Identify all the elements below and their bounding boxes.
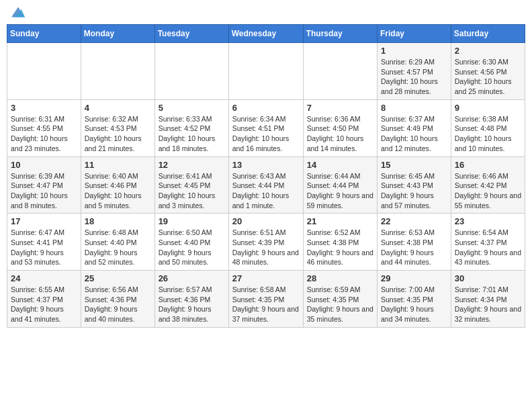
day-info: Sunrise: 6:30 AM Sunset: 4:56 PM Dayligh… xyxy=(455,57,521,97)
logo-icon xyxy=(11,7,25,17)
day-info: Sunrise: 6:50 AM Sunset: 4:40 PM Dayligh… xyxy=(159,228,225,267)
day-info: Sunrise: 7:01 AM Sunset: 4:34 PM Dayligh… xyxy=(455,285,521,324)
week-row-2: 3Sunrise: 6:31 AM Sunset: 4:55 PM Daylig… xyxy=(7,99,525,156)
day-cell: 3Sunrise: 6:31 AM Sunset: 4:55 PM Daylig… xyxy=(7,99,81,156)
day-number: 26 xyxy=(159,273,225,283)
day-info: Sunrise: 6:46 AM Sunset: 4:42 PM Dayligh… xyxy=(455,171,521,211)
day-number: 7 xyxy=(307,103,373,113)
calendar-table: SundayMondayTuesdayWednesdayThursdayFrid… xyxy=(7,24,525,328)
week-row-4: 17Sunrise: 6:47 AM Sunset: 4:41 PM Dayli… xyxy=(7,214,525,271)
day-number: 30 xyxy=(455,273,521,283)
day-number: 2 xyxy=(455,46,521,56)
week-row-5: 24Sunrise: 6:55 AM Sunset: 4:37 PM Dayli… xyxy=(7,271,525,328)
day-number: 13 xyxy=(232,160,300,170)
day-number: 16 xyxy=(455,160,521,170)
day-info: Sunrise: 6:59 AM Sunset: 4:35 PM Dayligh… xyxy=(307,285,373,324)
day-info: Sunrise: 6:41 AM Sunset: 4:45 PM Dayligh… xyxy=(159,171,225,211)
day-info: Sunrise: 6:51 AM Sunset: 4:39 PM Dayligh… xyxy=(232,228,300,267)
header-cell-tuesday: Tuesday xyxy=(154,25,228,43)
day-cell: 2Sunrise: 6:30 AM Sunset: 4:56 PM Daylig… xyxy=(451,43,525,100)
day-number: 12 xyxy=(159,160,225,170)
day-info: Sunrise: 6:54 AM Sunset: 4:37 PM Dayligh… xyxy=(455,228,521,267)
header-cell-monday: Monday xyxy=(81,25,154,43)
day-cell: 16Sunrise: 6:46 AM Sunset: 4:42 PM Dayli… xyxy=(451,156,525,214)
day-cell: 9Sunrise: 6:38 AM Sunset: 4:48 PM Daylig… xyxy=(451,99,525,156)
day-cell xyxy=(7,43,81,100)
day-number: 19 xyxy=(159,216,225,226)
day-cell xyxy=(303,43,377,100)
calendar-body: 1Sunrise: 6:29 AM Sunset: 4:57 PM Daylig… xyxy=(7,43,525,328)
day-number: 11 xyxy=(85,160,151,170)
day-cell: 19Sunrise: 6:50 AM Sunset: 4:40 PM Dayli… xyxy=(154,214,228,271)
header-cell-saturday: Saturday xyxy=(451,25,525,43)
day-number: 4 xyxy=(85,103,151,113)
day-number: 15 xyxy=(381,160,447,170)
day-cell: 28Sunrise: 6:59 AM Sunset: 4:35 PM Dayli… xyxy=(303,271,377,328)
day-info: Sunrise: 6:52 AM Sunset: 4:38 PM Dayligh… xyxy=(307,228,373,267)
week-row-3: 10Sunrise: 6:39 AM Sunset: 4:47 PM Dayli… xyxy=(7,156,525,214)
day-number: 22 xyxy=(381,216,447,226)
day-info: Sunrise: 7:00 AM Sunset: 4:35 PM Dayligh… xyxy=(381,285,447,324)
day-info: Sunrise: 6:29 AM Sunset: 4:57 PM Dayligh… xyxy=(381,57,447,97)
day-number: 18 xyxy=(85,216,151,226)
day-cell: 5Sunrise: 6:33 AM Sunset: 4:52 PM Daylig… xyxy=(154,99,228,156)
day-info: Sunrise: 6:34 AM Sunset: 4:51 PM Dayligh… xyxy=(232,114,300,154)
week-row-1: 1Sunrise: 6:29 AM Sunset: 4:57 PM Daylig… xyxy=(7,43,525,100)
day-cell: 13Sunrise: 6:43 AM Sunset: 4:44 PM Dayli… xyxy=(228,156,303,214)
day-info: Sunrise: 6:56 AM Sunset: 4:36 PM Dayligh… xyxy=(85,285,151,324)
day-cell: 8Sunrise: 6:37 AM Sunset: 4:49 PM Daylig… xyxy=(378,99,451,156)
day-cell: 10Sunrise: 6:39 AM Sunset: 4:47 PM Dayli… xyxy=(7,156,81,214)
day-cell: 27Sunrise: 6:58 AM Sunset: 4:35 PM Dayli… xyxy=(228,271,303,328)
day-cell: 29Sunrise: 7:00 AM Sunset: 4:35 PM Dayli… xyxy=(378,271,451,328)
day-info: Sunrise: 6:40 AM Sunset: 4:46 PM Dayligh… xyxy=(85,171,151,211)
day-info: Sunrise: 6:33 AM Sunset: 4:52 PM Dayligh… xyxy=(159,114,225,154)
day-number: 17 xyxy=(11,216,77,226)
day-info: Sunrise: 6:47 AM Sunset: 4:41 PM Dayligh… xyxy=(11,228,77,267)
day-cell: 20Sunrise: 6:51 AM Sunset: 4:39 PM Dayli… xyxy=(228,214,303,271)
day-info: Sunrise: 6:53 AM Sunset: 4:38 PM Dayligh… xyxy=(381,228,447,267)
day-cell: 22Sunrise: 6:53 AM Sunset: 4:38 PM Dayli… xyxy=(378,214,451,271)
day-info: Sunrise: 6:43 AM Sunset: 4:44 PM Dayligh… xyxy=(232,171,300,211)
header-row: SundayMondayTuesdayWednesdayThursdayFrid… xyxy=(7,25,525,43)
day-cell: 21Sunrise: 6:52 AM Sunset: 4:38 PM Dayli… xyxy=(303,214,377,271)
day-cell: 24Sunrise: 6:55 AM Sunset: 4:37 PM Dayli… xyxy=(7,271,81,328)
day-number: 24 xyxy=(11,273,77,283)
day-info: Sunrise: 6:44 AM Sunset: 4:44 PM Dayligh… xyxy=(307,171,373,211)
day-cell: 7Sunrise: 6:36 AM Sunset: 4:50 PM Daylig… xyxy=(303,99,377,156)
day-cell: 1Sunrise: 6:29 AM Sunset: 4:57 PM Daylig… xyxy=(378,43,451,100)
page-header xyxy=(7,7,525,17)
day-info: Sunrise: 6:32 AM Sunset: 4:53 PM Dayligh… xyxy=(85,114,151,154)
day-cell: 17Sunrise: 6:47 AM Sunset: 4:41 PM Dayli… xyxy=(7,214,81,271)
day-number: 20 xyxy=(232,216,300,226)
day-info: Sunrise: 6:55 AM Sunset: 4:37 PM Dayligh… xyxy=(11,285,77,324)
day-cell: 14Sunrise: 6:44 AM Sunset: 4:44 PM Dayli… xyxy=(303,156,377,214)
day-number: 1 xyxy=(381,46,447,56)
day-number: 5 xyxy=(159,103,225,113)
day-number: 9 xyxy=(455,103,521,113)
day-cell: 18Sunrise: 6:48 AM Sunset: 4:40 PM Dayli… xyxy=(81,214,154,271)
header-cell-friday: Friday xyxy=(378,25,451,43)
day-cell xyxy=(154,43,228,100)
day-cell: 12Sunrise: 6:41 AM Sunset: 4:45 PM Dayli… xyxy=(154,156,228,214)
day-cell xyxy=(228,43,303,100)
day-number: 28 xyxy=(307,273,373,283)
calendar-header: SundayMondayTuesdayWednesdayThursdayFrid… xyxy=(7,25,525,43)
day-number: 14 xyxy=(307,160,373,170)
day-info: Sunrise: 6:45 AM Sunset: 4:43 PM Dayligh… xyxy=(381,171,447,211)
day-cell: 11Sunrise: 6:40 AM Sunset: 4:46 PM Dayli… xyxy=(81,156,154,214)
day-info: Sunrise: 6:57 AM Sunset: 4:36 PM Dayligh… xyxy=(159,285,225,324)
day-cell: 25Sunrise: 6:56 AM Sunset: 4:36 PM Dayli… xyxy=(81,271,154,328)
header-cell-thursday: Thursday xyxy=(303,25,377,43)
logo xyxy=(10,7,25,17)
day-info: Sunrise: 6:39 AM Sunset: 4:47 PM Dayligh… xyxy=(11,171,77,211)
day-info: Sunrise: 6:48 AM Sunset: 4:40 PM Dayligh… xyxy=(85,228,151,267)
day-number: 29 xyxy=(381,273,447,283)
day-cell: 30Sunrise: 7:01 AM Sunset: 4:34 PM Dayli… xyxy=(451,271,525,328)
day-number: 25 xyxy=(85,273,151,283)
day-number: 10 xyxy=(11,160,77,170)
day-number: 21 xyxy=(307,216,373,226)
day-number: 27 xyxy=(232,273,300,283)
day-cell: 6Sunrise: 6:34 AM Sunset: 4:51 PM Daylig… xyxy=(228,99,303,156)
header-cell-wednesday: Wednesday xyxy=(228,25,303,43)
header-cell-sunday: Sunday xyxy=(7,25,81,43)
